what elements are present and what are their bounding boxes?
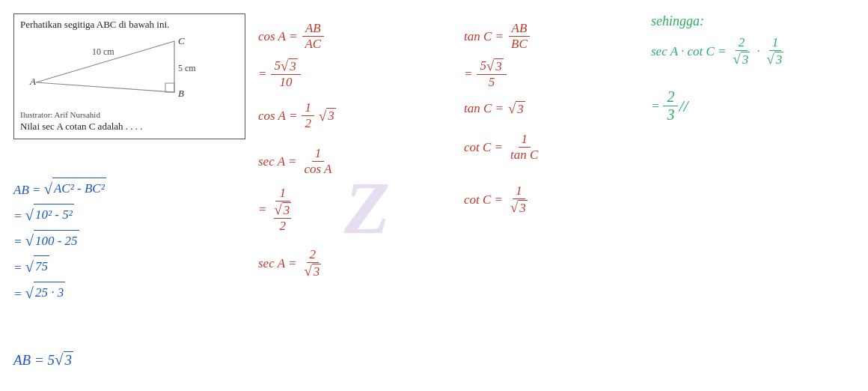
svg-text:B: B [178,88,184,99]
problem-question: Nilai sec A cotan C adalah . . . . [20,121,239,133]
svg-text:10 cm: 10 cm [92,46,114,57]
ab-line3: = √ 100 - 25 [13,228,106,254]
final-line1: sec A · cot C = 2 √3 · 1 √3 [651,35,786,67]
ab-result: AB = 5√3 [13,351,73,369]
cos-a-section: cos A = AB AC = 5√3 10 cos A = 1 2 √3 [258,21,336,279]
ab-line2: = √ 10² - 5² [13,202,106,228]
ab-calculation: AB = √ AC² - BC² = √ 10² - 5² = √ 100 - … [13,176,106,306]
svg-rect-1 [165,83,174,92]
final-line2: = 2 3 // [651,88,786,124]
illustrator-label: Ilustrator: Arif Nursahid [20,110,239,119]
svg-text:A: A [29,76,36,87]
page: Perhatikan segitiga ABC di bawah ini. A … [0,0,868,391]
svg-text:C: C [178,35,185,46]
triangle-diagram: A B C 10 cm 5 cm [28,34,230,109]
sehingga-section: sehingga: sec A · cot C = 2 √3 · 1 √3 = … [651,13,786,124]
svg-text:5 cm: 5 cm [178,63,196,73]
problem-title: Perhatikan segitiga ABC di bawah ini. [20,19,239,31]
tan-c-section: tan C = AB BC = 5√3 5 tan C = √3 cot C = [464,21,541,216]
ab-line1: AB = √ AC² - BC² [13,176,106,202]
sehingga-label: sehingga: [651,13,786,29]
ab-line5: = √ 25 · 3 [13,280,106,306]
watermark-z: Z [344,165,390,251]
problem-box: Perhatikan segitiga ABC di bawah ini. A … [13,13,245,139]
ab-line4: = √ 75 [13,254,106,280]
